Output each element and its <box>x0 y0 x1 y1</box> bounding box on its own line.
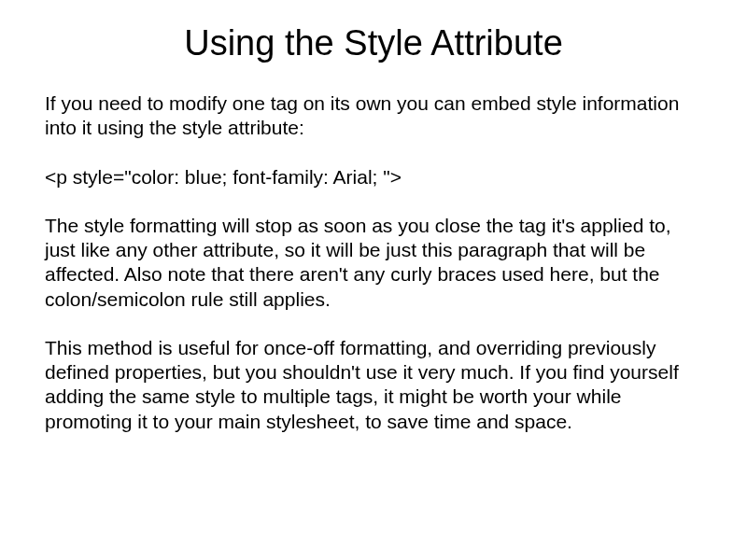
explanation-paragraph: The style formatting will stop as soon a… <box>45 214 702 312</box>
intro-paragraph: If you need to modify one tag on its own… <box>45 91 702 141</box>
code-example: <p style="color: blue; font-family: Aria… <box>45 165 702 189</box>
usage-paragraph: This method is useful for once-off forma… <box>45 336 702 434</box>
slide-title: Using the Style Attribute <box>45 23 702 63</box>
